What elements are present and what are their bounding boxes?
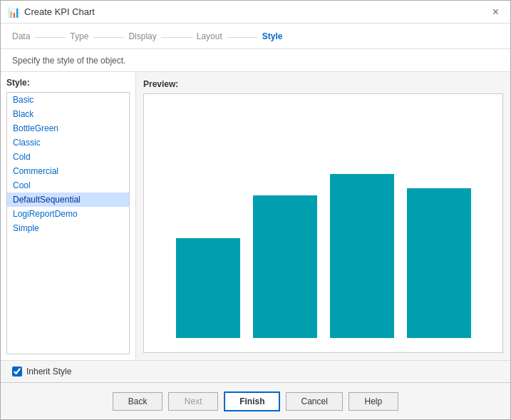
chart-icon: 📊 <box>8 6 20 18</box>
inherit-row: Inherit Style <box>1 360 510 382</box>
step-divider-1: ———— <box>34 32 66 41</box>
step-display[interactable]: Display <box>128 31 156 41</box>
style-item-commercial[interactable]: Commercial <box>7 164 129 178</box>
style-list[interactable]: Basic Black BottleGreen Classic Cold Com… <box>6 92 130 354</box>
preview-label: Preview: <box>143 79 503 89</box>
inherit-checkbox[interactable] <box>12 367 22 377</box>
subtitle-bar: Specify the style of the object. <box>1 49 510 72</box>
style-item-logireportdemo[interactable]: LogiReportDemo <box>7 207 129 221</box>
style-item-bottlegreen[interactable]: BottleGreen <box>7 121 129 135</box>
step-type[interactable]: Type <box>70 31 88 41</box>
style-panel: Style: Basic Black BottleGreen Classic C… <box>1 72 136 360</box>
title-bar: 📊 Create KPI Chart × <box>1 1 510 24</box>
style-panel-label: Style: <box>6 78 130 88</box>
step-data[interactable]: Data <box>12 31 30 41</box>
style-item-cool[interactable]: Cool <box>7 178 129 193</box>
create-chart-dialog: 📊 Create KPI Chart × Data ———— Type ————… <box>0 0 511 420</box>
finish-button[interactable]: Finish <box>224 391 280 411</box>
preview-bar-4 <box>407 188 471 338</box>
back-button[interactable]: Back <box>113 392 162 411</box>
next-button[interactable]: Next <box>168 392 218 411</box>
title-bar-left: 📊 Create KPI Chart <box>8 6 95 18</box>
preview-box <box>143 93 503 353</box>
subtitle-text: Specify the style of the object. <box>12 56 125 66</box>
style-item-simple[interactable]: Simple <box>7 221 129 235</box>
inherit-label: Inherit Style <box>26 367 71 377</box>
style-item-classic[interactable]: Classic <box>7 135 129 150</box>
step-divider-4: ———— <box>227 32 258 41</box>
preview-bar-2 <box>253 195 317 338</box>
preview-bar-3 <box>330 174 394 338</box>
preview-panel: Preview: <box>136 72 510 360</box>
step-divider-3: ———— <box>161 32 192 41</box>
button-bar: Back Next Finish Cancel Help <box>1 382 510 419</box>
dialog-title: Create KPI Chart <box>24 6 95 17</box>
step-divider-2: ———— <box>93 32 124 41</box>
step-style[interactable]: Style <box>262 31 283 41</box>
help-button[interactable]: Help <box>349 392 398 411</box>
style-item-defaultsequential[interactable]: DefaultSequential <box>7 193 129 207</box>
cancel-button[interactable]: Cancel <box>286 392 342 411</box>
close-button[interactable]: × <box>488 5 503 19</box>
style-item-black[interactable]: Black <box>7 107 129 121</box>
content-area: Style: Basic Black BottleGreen Classic C… <box>1 72 510 360</box>
preview-bar-1 <box>176 238 240 338</box>
style-item-basic[interactable]: Basic <box>7 93 129 107</box>
style-item-cold[interactable]: Cold <box>7 150 129 164</box>
wizard-steps: Data ———— Type ———— Display ———— Layout … <box>1 24 510 49</box>
step-layout[interactable]: Layout <box>197 31 222 41</box>
